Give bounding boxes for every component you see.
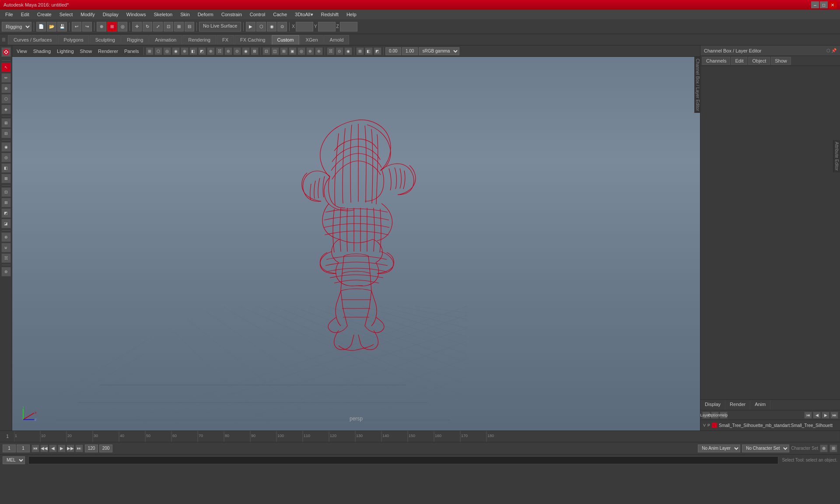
timeline-ruler[interactable]: 1 10 20 30 40 50 60 70 80 90 1: [14, 431, 839, 442]
skin-tool[interactable]: ☵: [1, 253, 11, 263]
tab-rigging[interactable]: Rigging: [121, 35, 149, 45]
anim-layer-dropdown[interactable]: No Anim Layer: [698, 444, 740, 452]
menu-help[interactable]: Help: [343, 11, 360, 18]
panel-pin-btn[interactable]: 📌: [831, 48, 836, 53]
gamma-select[interactable]: sRGB gamma: [419, 47, 459, 55]
panel-expand-btn[interactable]: ⬡: [826, 48, 830, 53]
object-tab[interactable]: Object: [748, 57, 770, 65]
minimize-button[interactable]: –: [811, 1, 819, 8]
menu-select[interactable]: Select: [56, 11, 77, 18]
menu-3dtall[interactable]: 3DtoAll▾: [291, 11, 316, 18]
tab-custom[interactable]: Custom: [272, 35, 300, 45]
tab-fx[interactable]: FX: [217, 35, 234, 45]
vp-btn-22[interactable]: ⊙: [336, 47, 343, 55]
vp-btn-9[interactable]: ☵: [216, 47, 224, 55]
tab-sculpting[interactable]: Sculpting: [90, 35, 121, 45]
ik-tool[interactable]: ⊌: [1, 243, 11, 252]
menu-cache[interactable]: Cache: [270, 11, 290, 18]
attribute-editor-vertical-label[interactable]: Attribute Editor: [833, 140, 840, 172]
pb-next[interactable]: ▶▶: [66, 444, 74, 452]
render-btn[interactable]: ▶: [246, 22, 256, 32]
snap2-btn[interactable]: ⊞: [174, 22, 184, 32]
layer-btn-2[interactable]: Options: [711, 412, 719, 419]
select-btn[interactable]: ⊕: [97, 22, 106, 32]
anim-tab[interactable]: Anim: [750, 400, 770, 410]
tab-polygons[interactable]: Polygons: [58, 35, 89, 45]
vp-btn-19[interactable]: ⊕: [306, 47, 314, 55]
lighting-menu[interactable]: Lighting: [54, 48, 77, 55]
vp-btn-12[interactable]: ◉: [242, 47, 250, 55]
vp-btn-21[interactable]: ☵: [327, 47, 335, 55]
maya-icon[interactable]: [1, 47, 11, 57]
tab-fx-caching[interactable]: FX Caching: [234, 35, 271, 45]
snap-edge-tool[interactable]: ◎: [1, 153, 11, 162]
layer-btn-3[interactable]: Help: [720, 412, 728, 419]
extra-btn-1[interactable]: ⊕: [820, 444, 828, 452]
panels-menu[interactable]: Panels: [122, 48, 142, 55]
no-live-surface-btn[interactable]: No Live Surface: [199, 22, 241, 32]
pb-prev[interactable]: ◀: [49, 444, 57, 452]
layer-nav-4[interactable]: ⏭: [830, 412, 838, 419]
show-menu[interactable]: Show: [77, 48, 95, 55]
layer-nav-3[interactable]: ▶: [822, 412, 830, 419]
cluster-tool[interactable]: ◪: [1, 219, 11, 228]
menu-skeleton[interactable]: Skeleton: [150, 11, 176, 18]
tab-animation[interactable]: Animation: [149, 35, 182, 45]
shading-menu[interactable]: Shading: [31, 48, 53, 55]
language-select[interactable]: MEL: [3, 456, 25, 464]
vp-btn-8[interactable]: ⊛: [207, 47, 215, 55]
menu-skin[interactable]: Skin: [177, 11, 193, 18]
scale-btn[interactable]: ⤢: [153, 22, 163, 32]
tab-xgen[interactable]: XGen: [300, 35, 323, 45]
snap3-btn[interactable]: ⊟: [185, 22, 194, 32]
vp-btn-15[interactable]: ◫: [271, 47, 279, 55]
show-tab[interactable]: Show: [771, 57, 791, 65]
pb-play[interactable]: ▶: [58, 444, 66, 452]
pb-first[interactable]: ⏮: [32, 444, 39, 452]
pb-last[interactable]: ⏭: [75, 444, 83, 452]
z-coord-input[interactable]: [340, 22, 357, 32]
channels-tab[interactable]: Channels: [702, 57, 730, 65]
vp-btn-3[interactable]: ◎: [163, 47, 171, 55]
vp-btn-2[interactable]: ⬡: [154, 47, 162, 55]
layer-nav-1[interactable]: ⏮: [804, 412, 812, 419]
deform-tool[interactable]: ⊡: [1, 187, 11, 197]
menu-display[interactable]: Display: [99, 11, 122, 18]
end-frame-input[interactable]: [85, 444, 98, 452]
vp-btn-5[interactable]: ⊕: [181, 47, 189, 55]
viewport[interactable]: View Shading Lighting Show Renderer Pane…: [12, 46, 700, 430]
menu-deform[interactable]: Deform: [194, 11, 217, 18]
extra-tool[interactable]: ⊜: [1, 267, 11, 276]
vp-btn-24[interactable]: ⊠: [356, 47, 364, 55]
snap-btn[interactable]: ⊡: [164, 22, 173, 32]
menu-control[interactable]: Control: [246, 11, 269, 18]
grid-tool[interactable]: ⊞: [1, 118, 11, 128]
menu-create[interactable]: Create: [34, 11, 55, 18]
redo-btn[interactable]: ↪: [82, 22, 92, 32]
render3-btn[interactable]: ◉: [267, 22, 276, 32]
renderer-menu[interactable]: Renderer: [95, 48, 121, 55]
layer-row[interactable]: V P Small_Tree_Silhouette_mb_standart:Sm…: [700, 420, 840, 430]
value2-input[interactable]: [402, 47, 418, 55]
char-set-dropdown[interactable]: No Character Set: [742, 444, 789, 452]
soft-mod[interactable]: ◩: [1, 208, 11, 218]
vp-btn-18[interactable]: ◎: [298, 47, 305, 55]
magnet-tool[interactable]: ⊟: [1, 129, 11, 138]
snap-vertex-tool[interactable]: ◉: [1, 142, 11, 152]
extra-btn-2[interactable]: ⊞: [830, 444, 837, 452]
vp-btn-20[interactable]: ⊛: [315, 47, 323, 55]
snap-face-tool[interactable]: ◧: [1, 163, 11, 173]
select-active-btn[interactable]: ⊞: [107, 22, 117, 32]
render4-btn[interactable]: ⊙: [277, 22, 287, 32]
tab-rendering[interactable]: Rendering: [182, 35, 216, 45]
menu-constrain[interactable]: Constrain: [218, 11, 245, 18]
rotate-btn[interactable]: ↻: [143, 22, 152, 32]
vp-btn-6[interactable]: ◧: [189, 47, 197, 55]
start-frame-input[interactable]: [3, 444, 16, 452]
menu-edit[interactable]: Edit: [18, 11, 33, 18]
command-input[interactable]: [28, 456, 778, 464]
vp-btn-16[interactable]: ⊞: [280, 47, 288, 55]
render-tab[interactable]: Render: [725, 400, 750, 410]
channel-box-vertical-label[interactable]: Channel Box / Layer Editor: [694, 57, 701, 113]
value1-input[interactable]: [385, 47, 401, 55]
